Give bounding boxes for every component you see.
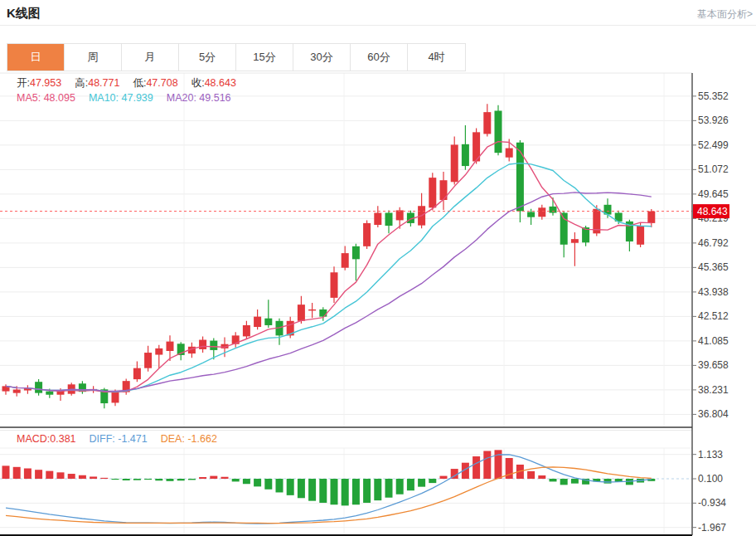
fundamental-analysis-link[interactable]: 基本面分析> [697,7,753,22]
macd-bar [13,467,21,479]
candle[interactable] [144,346,152,372]
axis-label: 55.352 [698,90,729,102]
candle[interactable] [396,207,404,229]
candle[interactable] [35,379,42,396]
candle[interactable] [385,210,393,233]
candle[interactable] [429,173,436,210]
macd-bar [407,479,414,490]
candle[interactable] [363,220,371,249]
tab-period-6[interactable]: 60分 [351,44,408,71]
period-tab-bar: 日周月5分15分30分60分4时 [7,43,466,71]
macd-bar [287,479,294,495]
candle[interactable] [331,266,338,303]
axis-label: 46.792 [698,237,729,249]
macd-bar [144,479,152,480]
candle[interactable] [264,300,272,328]
candle-body [506,149,513,158]
readout-item: 收:48.643 [191,77,236,89]
axis-label: 41.085 [698,335,729,347]
macd-bar [221,477,229,479]
readout-item: 低:47.708 [133,77,177,89]
candle[interactable] [352,244,360,280]
candle[interactable] [232,332,240,348]
ma-readout: MA5: 48.095MA10: 47.939MA20: 49.516 [17,92,245,104]
macd-bar [319,479,327,503]
tab-period-5[interactable]: 30分 [293,44,351,71]
candle[interactable] [440,172,448,210]
macd-bar [604,479,612,484]
axis-label: 42.512 [698,310,729,322]
readout-item: DIFF: -1.471 [90,433,148,445]
candle[interactable] [199,336,206,353]
candle-body [331,272,338,298]
axis-label: 51.072 [698,163,729,175]
candle[interactable] [483,104,491,136]
candle[interactable] [123,378,130,394]
tab-period-4[interactable]: 15分 [236,44,293,71]
axis-label: 39.658 [698,359,729,371]
candle[interactable] [374,206,381,227]
macd-bar [79,475,86,479]
axis-label: 53.926 [698,115,729,126]
ohlc-readout: 开:47.953高:48.771低:47.708收:48.643 [17,76,250,90]
macd-bar [264,479,272,490]
candle-body [516,143,524,212]
macd-bar [57,472,65,479]
macd-bar [188,479,196,480]
tab-period-0[interactable]: 日 [7,44,65,71]
candle[interactable] [155,345,162,368]
axis-label: 0.100 [698,473,723,485]
candle[interactable] [495,105,502,155]
candle[interactable] [462,125,469,170]
axis-label: 52.499 [698,139,729,151]
macd-bar [210,476,217,479]
macd-bar [396,479,404,495]
readout-item: MA10: 47.939 [89,92,153,104]
readout-item: 开:47.953 [17,77,61,89]
macd-bar [560,479,568,485]
page-title: K线图 [7,6,41,22]
candle[interactable] [243,321,250,339]
candle[interactable] [342,246,349,270]
candle-body [396,210,404,220]
candle[interactable] [298,296,305,324]
macd-bar [538,475,545,479]
candle[interactable] [538,205,545,220]
tab-period-2[interactable]: 月 [122,44,179,71]
macd-bar [440,476,448,479]
tab-period-7[interactable]: 4时 [408,44,465,71]
macd-readout: MACD:0.381DIFF: -1.471DEA: -1.662 [17,433,230,445]
macd-bar [133,479,141,480]
candle[interactable] [254,309,261,329]
candle[interactable] [571,232,579,266]
candle[interactable] [451,137,458,185]
candle[interactable] [472,129,480,164]
readout-item: MA20: 49.516 [167,92,231,104]
candle-body [308,309,316,310]
candle[interactable] [177,342,185,360]
candle[interactable] [418,193,425,228]
candle[interactable] [647,209,655,227]
candle-body [538,207,545,217]
diff-line [6,455,652,524]
macd-bar [483,451,491,479]
candle-body [35,382,42,392]
candle-body [199,340,206,349]
candle[interactable] [79,381,86,394]
candle[interactable] [637,223,644,247]
candle-body [363,223,371,246]
macd-bar [342,479,349,505]
candle-body [319,309,327,317]
tab-period-1[interactable]: 周 [65,44,122,71]
candle-body [451,144,458,182]
candle[interactable] [2,384,10,394]
candle[interactable] [133,361,141,382]
candle[interactable] [308,303,316,318]
candle[interactable] [516,140,524,222]
candle[interactable] [24,385,32,393]
tab-period-3[interactable]: 5分 [179,44,236,71]
candle-body [210,341,217,350]
candle-body [527,212,535,217]
macd-bar [308,479,316,501]
axis-label: -1.967 [698,522,726,534]
